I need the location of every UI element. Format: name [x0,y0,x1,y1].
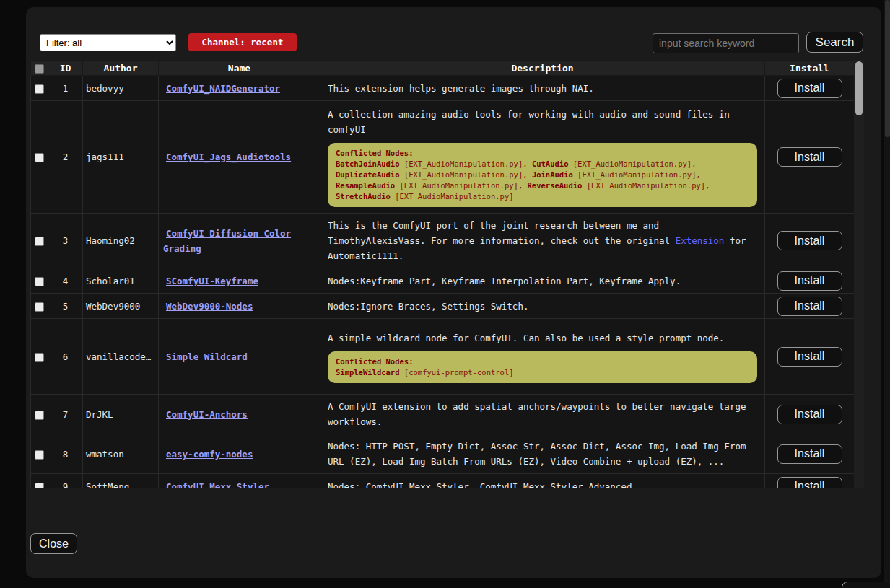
node-name-link[interactable]: Simple Wildcard [163,351,248,362]
install-button[interactable]: Install [777,271,842,291]
node-author: WebDev9000 [83,294,159,319]
node-name-link[interactable]: ComfyUI-Anchors [163,409,248,420]
channel-button[interactable]: Channel: recent [188,33,297,51]
node-author: Haoming02 [83,214,159,268]
node-name-link[interactable]: SComfyUI-Keyframe [163,276,258,286]
header-name: Name [159,61,320,76]
row-checkbox[interactable] [35,353,44,362]
table-scrollbar-thumb[interactable] [855,61,863,115]
install-button[interactable]: Install [777,347,842,367]
node-id: 4 [48,268,83,294]
install-button[interactable]: Install [777,405,842,424]
node-id: 9 [48,474,83,489]
node-id: 8 [48,434,83,474]
header-checkbox-cell [31,61,48,76]
node-author: bedovyy [83,76,159,101]
table-row: 4 Scholar01 SComfyUI-Keyframe Nodes:Keyf… [31,268,855,294]
row-checkbox[interactable] [35,153,44,162]
node-name-link[interactable]: easy-comfy-nodes [163,449,253,460]
install-button[interactable]: Install [777,79,842,98]
conflict-title: Conflicted Nodes: [336,148,749,159]
table-row: 2 jags111 ComfyUI_Jags_Audiotools A coll… [31,101,855,214]
node-description: A ComfyUI extension to add spatial ancho… [320,395,765,434]
install-custom-nodes-dialog: Filter: all Channel: recent Search ID Au… [26,7,881,578]
close-button[interactable]: Close [30,533,77,554]
node-description: A simple wildcard node for ComfyUI. Can … [320,319,765,395]
node-author: SoftMeng [83,474,159,489]
filter-select[interactable]: Filter: all [40,34,176,51]
row-checkbox[interactable] [35,84,44,94]
table-scrollbar[interactable] [854,60,864,488]
table-row: 5 WebDev9000 WebDev9000-Nodes Nodes:Igno… [31,294,855,319]
node-description: A collection amazing audio tools for wor… [320,101,765,214]
table-row: 1 bedovyy ComfyUI_NAIDGenerator This ext… [31,76,855,101]
node-id: 1 [48,76,83,101]
node-name-link[interactable]: ComfyUI_NAIDGenerator [163,83,280,94]
table-row: 8 wmatson easy-comfy-nodes Nodes: HTTP P… [31,434,855,474]
extension-link[interactable]: Extension [676,235,725,246]
install-button[interactable]: Install [777,444,842,464]
conflict-list: SimpleWildcard [comfyui-prompt-control] [336,367,749,378]
table-row: 9 SoftMeng ComfyUI_Mexx_Styler Nodes: Co… [31,474,855,489]
node-description: This is the ComfyUI port of the joint re… [320,214,765,268]
conflicted-nodes-box: Conflicted Nodes: SimpleWildcard [comfyu… [328,351,757,383]
node-author: jags111 [83,101,159,214]
select-all-checkbox[interactable] [35,64,44,74]
page-scrollbar-thumb[interactable] [885,0,890,137]
node-description: Nodes:Ignore Braces, Settings Switch. [320,294,765,319]
page-scrollbar[interactable] [884,0,890,588]
node-id: 2 [48,101,83,214]
install-button[interactable]: Install [777,147,842,167]
partial-button[interactable] [842,582,890,588]
table-row: 6 vanillacode… Simple Wildcard A simple … [31,319,855,395]
node-description: Nodes: ComfyUI Mexx Styler, ComfyUI Mexx… [320,474,765,489]
header-install: Install [765,61,855,76]
install-button[interactable]: Install [777,297,842,316]
custom-nodes-table: ID Author Name Description Install 1 bed… [30,60,864,488]
conflicted-nodes-box: Conflicted Nodes: BatchJoinAudio [EXT_Au… [328,143,757,207]
conflict-title: Conflicted Nodes: [336,356,749,367]
node-id: 3 [48,214,83,268]
conflict-list: BatchJoinAudio [EXT_AudioManipulation.py… [336,159,749,202]
install-button[interactable]: Install [777,231,842,250]
row-checkbox[interactable] [35,302,44,312]
node-name-link[interactable]: ComfyUI_Jags_Audiotools [163,152,291,162]
row-checkbox[interactable] [35,483,44,489]
node-author: Scholar01 [83,268,159,294]
table-header-row: ID Author Name Description Install [31,61,855,76]
node-id: 7 [48,395,83,434]
header-id: ID [48,61,83,76]
install-button[interactable]: Install [777,477,842,489]
search-button[interactable]: Search [806,32,863,53]
row-checkbox[interactable] [35,237,44,246]
row-checkbox[interactable] [35,277,44,286]
node-description: This extension helps generate images thr… [320,76,765,101]
node-name-link[interactable]: ComfyUI_Mexx_Styler [163,481,269,489]
node-description: Nodes: HTTP POST, Empty Dict, Assoc Str,… [320,434,765,474]
node-author: vanillacode… [83,319,159,395]
header-description: Description [320,61,765,76]
table-row: 7 DrJKL ComfyUI-Anchors A ComfyUI extens… [31,395,855,434]
table-row: 3 Haoming02 ComfyUI Diffusion Color Grad… [31,214,855,268]
node-description: Nodes:Keyframe Part, Keyframe Interpolat… [320,268,765,294]
node-author: wmatson [83,434,159,474]
node-name-link[interactable]: WebDev9000-Nodes [163,301,253,312]
row-checkbox[interactable] [35,411,44,420]
node-name-link[interactable]: ComfyUI Diffusion Color Grading [163,228,291,254]
search-input[interactable] [653,33,799,53]
header-author: Author [83,61,159,76]
row-checkbox[interactable] [35,450,44,460]
node-author: DrJKL [83,395,159,434]
node-id: 6 [48,319,83,395]
node-id: 5 [48,294,83,319]
